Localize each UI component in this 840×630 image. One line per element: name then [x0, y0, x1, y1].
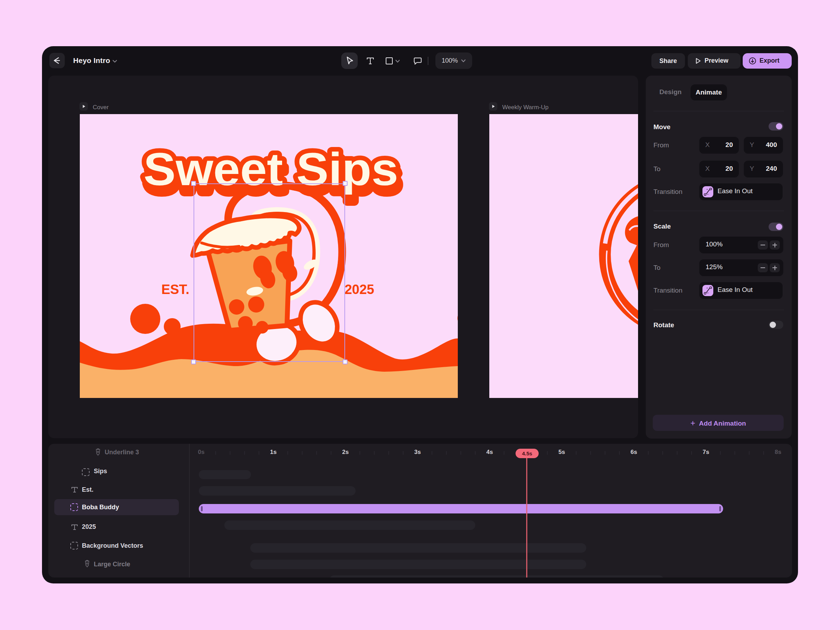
svg-text:EST.: EST. — [161, 282, 189, 297]
svg-text:2025: 2025 — [345, 282, 374, 297]
